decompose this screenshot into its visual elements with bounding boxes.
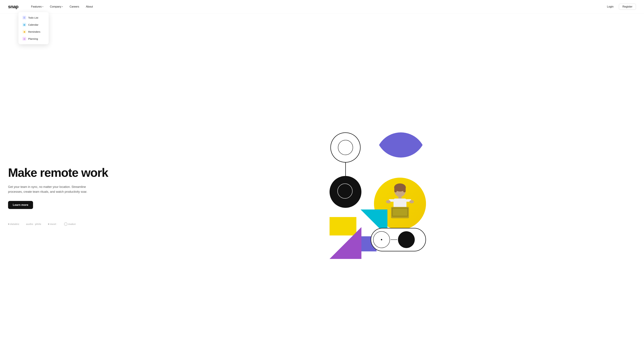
dropdown-item-calendar[interactable]: ▦ Calendar xyxy=(20,21,47,28)
nav-about[interactable]: About xyxy=(83,4,96,9)
meet-label2: · xyxy=(57,223,57,225)
dropdown-item-reminders[interactable]: ◉ Reminders xyxy=(20,28,47,35)
features-label: Features xyxy=(31,5,42,8)
nav-company[interactable]: Company ▾ xyxy=(47,4,66,9)
planning-icon: ◎ xyxy=(22,37,26,40)
features-dropdown: ☰ Todo List ▦ Calendar ◉ Reminders ◎ Pla… xyxy=(18,12,49,44)
main-content: Make remote work Get your team in sync, … xyxy=(0,13,644,362)
svg-rect-3 xyxy=(403,186,406,192)
dropdown-item-todo[interactable]: ☰ Todo List xyxy=(20,14,47,21)
audiophile-label: audio xyxy=(26,223,33,225)
dropdown-label-todo: Todo List xyxy=(28,16,38,19)
login-button[interactable]: Login xyxy=(604,4,616,9)
logo-audiophile: audio · phile xyxy=(26,223,41,225)
careers-label: Careers xyxy=(70,5,79,8)
nav-features[interactable]: Features ▾ xyxy=(28,4,46,9)
logo-meet: meet · xyxy=(48,223,57,225)
register-button[interactable]: Register xyxy=(619,4,636,10)
dropdown-item-planning[interactable]: ◎ Planning xyxy=(20,35,47,42)
learn-more-button[interactable]: Learn more xyxy=(8,201,33,209)
hero-description: Get your team in sync, no matter your lo… xyxy=(8,185,88,194)
hero-left: Make remote work Get your team in sync, … xyxy=(8,160,109,226)
svg-rect-2 xyxy=(394,186,397,192)
nav-careers[interactable]: Careers xyxy=(67,4,82,9)
company-label: Company xyxy=(50,5,62,8)
toggle-pill-shape xyxy=(371,228,426,251)
logo[interactable]: snap xyxy=(8,4,18,9)
todo-list-icon: ☰ xyxy=(22,16,26,19)
svg-point-8 xyxy=(386,200,390,203)
svg-rect-4 xyxy=(398,196,402,199)
nav-links: Features ▾ Company ▾ Careers About xyxy=(28,4,604,9)
reminders-icon: ◉ xyxy=(22,30,26,33)
white-ring-inner xyxy=(338,184,352,199)
calendar-icon: ▦ xyxy=(22,23,26,26)
nav-right: Login Register xyxy=(604,4,636,10)
hero-title: Make remote work xyxy=(8,166,109,179)
dropdown-label-planning: Planning xyxy=(28,37,38,40)
toggle-dot xyxy=(381,239,382,240)
toggle-right-circle xyxy=(398,231,415,248)
toggle-connector-line xyxy=(390,240,397,240)
purple-arc-shape xyxy=(376,132,426,183)
maker-circle-icon: ○ xyxy=(64,222,68,226)
about-label: About xyxy=(86,5,93,8)
toggle-left-circle xyxy=(373,231,390,248)
meet-dot-icon xyxy=(48,223,49,225)
databiz-dot-icon xyxy=(8,223,10,225)
dropdown-label-calendar: Calendar xyxy=(28,23,38,26)
dropdown-label-reminders: Reminders xyxy=(28,30,40,33)
audiophile-label2: · xyxy=(34,223,34,225)
audiophile-label3: phile xyxy=(35,223,42,225)
partner-logos: databiz audio · phile meet · ○ maker xyxy=(8,222,109,226)
databiz-label: databiz xyxy=(10,223,19,225)
maker-label: maker xyxy=(68,223,76,225)
chevron-down-icon: ▾ xyxy=(42,6,43,7)
svg-point-9 xyxy=(410,200,414,203)
logo-databiz: databiz xyxy=(8,223,19,225)
yellow-square-shape xyxy=(330,217,356,236)
logo-maker: ○ maker xyxy=(64,222,76,226)
navbar: snap Features ▾ Company ▾ Careers About … xyxy=(0,0,644,13)
geometric-shapes xyxy=(325,132,426,253)
circle-outline-small xyxy=(338,140,353,155)
meet-label: meet xyxy=(50,223,56,225)
hero-illustration xyxy=(116,132,636,253)
svg-rect-12 xyxy=(393,209,407,216)
chevron-down-icon: ▾ xyxy=(62,6,63,7)
